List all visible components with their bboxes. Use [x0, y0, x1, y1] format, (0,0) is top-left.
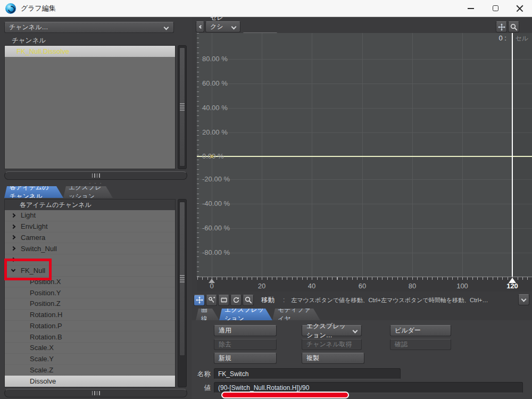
tree-item-label: Switch_Null — [21, 245, 57, 253]
chevron-down-icon — [521, 297, 527, 302]
expression-preset-dropdown[interactable]: エクスプレッション… — [302, 325, 362, 336]
status-options-button[interactable] — [518, 294, 529, 305]
time-axis[interactable]: 0 20 40 60 80 100 120 — [197, 277, 532, 292]
channel-name: FK_Null.Dissolve — [16, 47, 69, 55]
tree-item-label: Dissolve — [30, 377, 56, 385]
confirm-button[interactable]: 確認 — [390, 339, 451, 350]
tab-curves[interactable]: 曲線 — [196, 309, 219, 320]
channel-list[interactable]: FK_Null.Dissolve — [4, 45, 176, 169]
close-button[interactable] — [508, 0, 532, 17]
tree-item-label: Position.Z — [30, 300, 61, 307]
tree-channel-scale-x[interactable]: Scale.X — [5, 343, 175, 354]
y-axis-label: 0.00 % — [202, 152, 223, 160]
move-tool-button[interactable] — [194, 295, 205, 306]
tab-item-channels[interactable]: 各アイテムのチャンネル — [4, 186, 63, 198]
tree-item-label: Camera — [21, 234, 45, 242]
curve-zero-line[interactable] — [197, 156, 532, 157]
button-label: 適用 — [219, 326, 231, 335]
key-plus-icon — [208, 296, 215, 304]
duplicate-button[interactable]: 複製 — [302, 353, 364, 364]
x-axis-label: 0 — [210, 282, 213, 290]
button-label: 新規 — [219, 354, 231, 363]
refresh-tool-button[interactable] — [230, 295, 242, 306]
tree-hscrollbar[interactable] — [4, 389, 187, 397]
graph-toolbar: セレクション キー フットプリント 自動フィット 表示 その他… — [192, 21, 532, 33]
tab-expressions[interactable]: エクスプレッション — [63, 186, 113, 198]
tree-item-envlight[interactable]: EnvLight — [5, 221, 175, 232]
maximize-button[interactable] — [483, 0, 508, 17]
magnifier-icon — [510, 23, 518, 31]
scrollbar-thumb[interactable] — [179, 47, 185, 167]
tree-item-label: Rotation.B — [30, 333, 62, 341]
chevron-right-icon[interactable] — [11, 224, 15, 228]
chevron-right-icon[interactable] — [11, 246, 15, 251]
menu-selection[interactable]: セレクション — [205, 21, 240, 32]
tree-channel-rotation-h[interactable]: Rotation.H — [5, 310, 175, 321]
button-label: 確認 — [395, 340, 408, 349]
remove-button[interactable]: 除去 — [214, 339, 277, 350]
chevron-left-icon — [199, 25, 203, 29]
channel-list-scrollbar[interactable] — [178, 45, 187, 169]
refresh-icon — [232, 296, 240, 304]
tree-item-switch-null[interactable]: Switch_Null — [5, 243, 175, 254]
tool-hint-text: 左マウスボタンで値を移動、Ctrl+左マウスボタンで時間軸を移動、Ctrl+… — [291, 296, 498, 304]
tree-channel-position-z[interactable]: Position.Z — [5, 298, 175, 310]
titlebar: グラフ編集 — [0, 0, 532, 17]
chevron-down-icon — [231, 24, 237, 30]
channel-menu-dropdown[interactable]: チャンネル… — [4, 22, 174, 33]
zoom-box-tool-button[interactable] — [243, 295, 254, 306]
move-arrows-icon — [498, 23, 505, 31]
app-icon — [5, 3, 16, 14]
minimize-icon — [468, 8, 474, 9]
tree-item-camera[interactable]: Camera — [5, 232, 175, 244]
graph-plot-area[interactable]: 80.00 % 60.00 % 40.00 % 20.00 % 0.00 % -… — [197, 33, 532, 277]
y-axis-label: 80.00 % — [202, 55, 228, 63]
tree-channel-dissolve[interactable]: Dissolve — [5, 376, 175, 387]
new-button[interactable]: 新規 — [214, 353, 277, 364]
channel-list-hscrollbar[interactable] — [4, 171, 187, 180]
tree-item-label: Scale.Y — [30, 355, 54, 363]
dropdown-label: エクスプレッション… — [306, 322, 351, 340]
tree-channel-scale-y[interactable]: Scale.Y — [5, 354, 175, 365]
apply-button[interactable]: 適用 — [214, 325, 277, 336]
current-frame-line[interactable] — [512, 33, 513, 277]
tab-modifier[interactable]: モディファイヤ — [272, 309, 320, 320]
chevron-right-icon[interactable] — [11, 213, 15, 218]
builder-button[interactable]: ビルダー — [390, 325, 451, 336]
minimize-button[interactable] — [459, 0, 483, 17]
add-key-tool-button[interactable] — [206, 295, 217, 306]
zoom-tool-button[interactable] — [508, 21, 519, 32]
y-axis-ticks — [197, 33, 199, 277]
v-gridline — [462, 33, 463, 277]
name-field[interactable]: FK_Switch — [214, 368, 401, 379]
x-axis-label: 20 — [258, 282, 265, 290]
panel-resize-handle[interactable]: · · · — [0, 180, 192, 186]
h-gridline — [200, 84, 532, 84]
h-gridline — [200, 204, 532, 204]
channel-list-item-selected[interactable]: FK_Null.Dissolve — [5, 46, 175, 57]
tree-channel-rotation-b[interactable]: Rotation.B — [5, 331, 175, 343]
tree-channel-position-y[interactable]: Position.Y — [5, 287, 175, 298]
get-channel-button[interactable]: チャンネル取得 — [302, 339, 362, 350]
roll-tool-button[interactable] — [218, 295, 229, 306]
v-gridline — [362, 33, 363, 277]
tree-item-light[interactable]: Light — [5, 210, 175, 221]
h-gridline — [200, 253, 532, 253]
chevron-right-icon[interactable] — [11, 235, 15, 239]
tree-item-label: Rotation.H — [30, 311, 62, 319]
out-of-range-region — [513, 33, 532, 277]
h-gridline — [200, 228, 532, 229]
pan-tool-button[interactable] — [496, 21, 507, 32]
chevron-down-icon — [353, 328, 358, 334]
tree-channel-rotation-p[interactable]: Rotation.P — [5, 321, 175, 332]
tab-expression[interactable]: エクスプレッション — [219, 309, 272, 320]
y-axis-label: 40.00 % — [202, 104, 228, 112]
back-button[interactable] — [196, 21, 204, 32]
tree-channel-scale-z[interactable]: Scale.Z — [5, 365, 175, 376]
roller-icon — [220, 296, 228, 304]
y-axis-label: -40.00 % — [202, 200, 230, 207]
tree-item-label: Light — [21, 211, 36, 219]
tree-scrollbar[interactable] — [178, 199, 187, 387]
x-axis-ticks — [197, 277, 532, 280]
scrollbar-thumb[interactable] — [179, 202, 185, 356]
